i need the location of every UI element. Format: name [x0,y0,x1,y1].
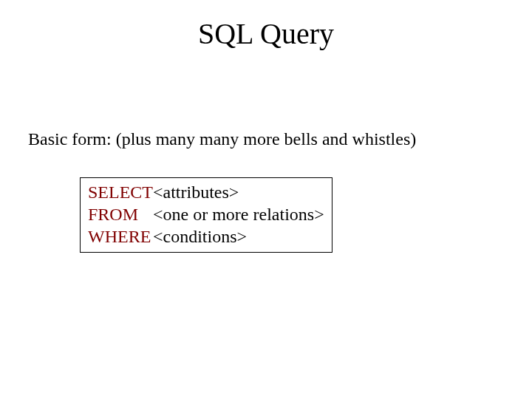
sql-arg: <conditions> [153,225,324,248]
sql-keyword: FROM [88,203,153,225]
sql-template-table: SELECT <attributes> FROM <one or more re… [88,181,324,248]
sql-arg: <attributes> [153,181,324,203]
sql-row: WHERE <conditions> [88,225,324,248]
sql-row: SELECT <attributes> [88,181,324,203]
slide-subhead: Basic form: (plus many many more bells a… [28,129,416,149]
sql-keyword: WHERE [88,225,153,248]
slide-title: SQL Query [0,16,532,51]
sql-keyword: SELECT [88,181,153,203]
sql-arg: <one or more relations> [153,203,324,225]
sql-row: FROM <one or more relations> [88,203,324,225]
slide: SQL Query Basic form: (plus many many mo… [0,0,532,399]
sql-template-box: SELECT <attributes> FROM <one or more re… [80,177,332,253]
